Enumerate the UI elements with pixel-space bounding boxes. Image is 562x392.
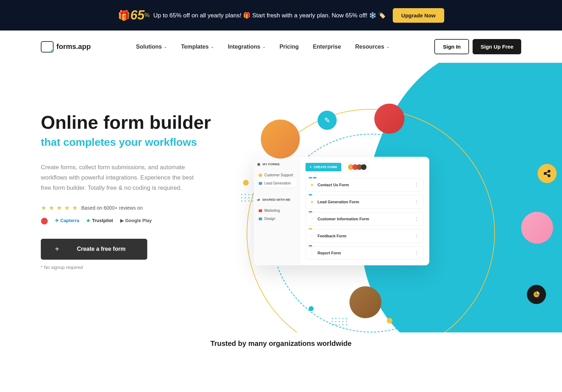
hero: Online form builder that completes your …	[0, 63, 562, 332]
trustpilot-logo[interactable]: ★ Trustpilot	[86, 218, 113, 223]
sidebar-header-myforms: ▣MY FORMS	[257, 162, 296, 166]
avatar	[374, 104, 404, 134]
svg-point-2	[548, 175, 550, 177]
kebab-icon[interactable]: ⋮	[414, 199, 419, 205]
team-avatars[interactable]	[345, 162, 370, 172]
chart-icon	[527, 285, 546, 304]
kebab-icon[interactable]: ⋮	[414, 216, 419, 222]
avatar	[349, 286, 381, 318]
googleplay-logo[interactable]: ▶ Google Play	[120, 218, 152, 223]
promo-text: Up to 65% off on all yearly plans! 🎁 Sta…	[153, 12, 386, 19]
star-icon: ★	[56, 204, 62, 212]
hero-left: Online form builder that completes your …	[41, 91, 211, 311]
app-main: +CREATE FORM ★Contact Us Form⋮ ★Lead Gen…	[300, 157, 429, 265]
star-icon[interactable]: ☆	[310, 250, 314, 255]
logo-icon: ✓	[41, 41, 54, 53]
svg-line-4	[546, 174, 548, 175]
stars: ★ ★ ★ ★ ★	[41, 204, 78, 212]
chevron-down-icon: ⌄	[386, 45, 389, 49]
check-icon: ✓	[50, 46, 55, 54]
star-icon: ★	[72, 204, 78, 212]
kebab-icon[interactable]: ⋮	[414, 182, 419, 188]
kebab-icon[interactable]: ⋮	[414, 233, 419, 239]
folder-icon	[259, 174, 262, 177]
svg-point-1	[544, 172, 546, 175]
form-row[interactable]: ★Contact Us Form⋮	[305, 178, 424, 192]
sidebar-item[interactable]: Customer Support	[257, 171, 296, 179]
platforms: ⬤ ✈ Capterra ★ Trustpilot ▶ Google Play	[41, 217, 211, 225]
sidebar-item[interactable]: Design	[257, 215, 296, 223]
star-icon[interactable]: ☆	[310, 216, 314, 221]
svg-line-3	[546, 172, 548, 173]
trusted-heading: Trusted by many organizations worldwide	[0, 332, 562, 355]
capterra-logo[interactable]: ✈ Capterra	[55, 218, 79, 223]
kebab-icon[interactable]: ⋮	[414, 250, 419, 256]
chevron-down-icon: ⌄	[164, 45, 167, 49]
promo-banner: 🎁 65% Up to 65% off on all yearly plans!…	[0, 0, 562, 31]
plus-icon: +	[55, 245, 59, 253]
avatar	[521, 212, 553, 244]
folder-icon	[259, 182, 262, 185]
g2-logo[interactable]: ⬤	[41, 217, 48, 225]
share-icon	[538, 164, 557, 183]
star-icon: ★	[49, 204, 54, 212]
chevron-down-icon: ⌄	[211, 45, 214, 49]
gift-icon: 🎁	[118, 10, 130, 21]
nav-integrations[interactable]: Integrations⌄	[228, 44, 265, 50]
hero-subtitle: that completes your workflows	[41, 136, 211, 148]
star-icon[interactable]: ★	[310, 199, 314, 204]
sidebar-item[interactable]: Marketing	[257, 206, 296, 215]
sidebar-item[interactable]: Lead Generation	[257, 179, 296, 187]
app-toolbar: +CREATE FORM	[305, 162, 424, 172]
form-row[interactable]: ★Lead Generation Form⋮	[305, 195, 424, 209]
folder-icon	[259, 209, 262, 212]
auth-buttons: Sign In Sign Up Free	[434, 39, 521, 54]
signin-button[interactable]: Sign In	[434, 39, 469, 54]
hero-illustration: ✎ ▣MY FORMS Customer Support Lead Genera…	[211, 91, 521, 311]
nav-templates[interactable]: Templates⌄	[181, 44, 214, 50]
folder-icon	[259, 217, 262, 220]
hero-desc: Create forms, collect form submissions, …	[41, 162, 204, 193]
gift-percent: 65	[130, 8, 144, 23]
nav-solutions[interactable]: Solutions⌄	[136, 44, 167, 50]
avatar	[361, 164, 367, 170]
rating-text: Based on 6000+ reviews on	[81, 205, 143, 211]
svg-point-0	[548, 170, 550, 172]
logo-text: forms.app	[56, 43, 91, 51]
edit-icon: ✎	[318, 111, 337, 130]
app-sidebar: ▣MY FORMS Customer Support Lead Generati…	[254, 157, 300, 265]
star-icon: ★	[41, 204, 46, 212]
star-icon: ★	[64, 204, 70, 212]
nav: Solutions⌄ Templates⌄ Integrations⌄ Pric…	[136, 44, 389, 50]
cta-note: * No signup required	[41, 265, 211, 270]
sidebar-header-shared: ⇄SHARED WITH ME	[257, 198, 296, 201]
form-list: ★Contact Us Form⋮ ★Lead Generation Form⋮…	[305, 178, 424, 260]
chevron-down-icon: ⌄	[263, 45, 265, 49]
signup-button[interactable]: Sign Up Free	[473, 39, 521, 54]
nav-pricing[interactable]: Pricing	[280, 44, 299, 50]
hero-title: Online form builder	[41, 112, 211, 133]
folder-icon: ▣	[257, 162, 260, 166]
create-form-cta[interactable]: + Create a free form	[41, 239, 147, 260]
header: ✓ forms.app Solutions⌄ Templates⌄ Integr…	[0, 31, 562, 63]
nav-enterprise[interactable]: Enterprise	[313, 44, 341, 50]
form-row[interactable]: ☆Customer Information Form⋮	[305, 212, 424, 226]
form-row[interactable]: ☆Report Form⋮	[305, 246, 424, 260]
dot	[243, 180, 249, 186]
share-icon: ⇄	[257, 198, 260, 201]
rating: ★ ★ ★ ★ ★ Based on 6000+ reviews on	[41, 204, 211, 212]
plus-icon: +	[310, 165, 312, 169]
avatar	[261, 120, 300, 159]
form-row[interactable]: ☆Feedback Form⋮	[305, 229, 424, 243]
app-mockup: ▣MY FORMS Customer Support Lead Generati…	[254, 157, 429, 265]
star-icon[interactable]: ☆	[310, 233, 314, 238]
nav-resources[interactable]: Resources⌄	[355, 44, 389, 50]
dot	[387, 318, 392, 324]
dot	[309, 306, 314, 311]
upgrade-button[interactable]: Upgrade Now	[393, 8, 444, 23]
create-form-button[interactable]: +CREATE FORM	[305, 163, 341, 171]
star-icon[interactable]: ★	[310, 182, 314, 187]
gift-badge: 🎁 65%	[118, 6, 146, 24]
logo[interactable]: ✓ forms.app	[41, 41, 91, 53]
